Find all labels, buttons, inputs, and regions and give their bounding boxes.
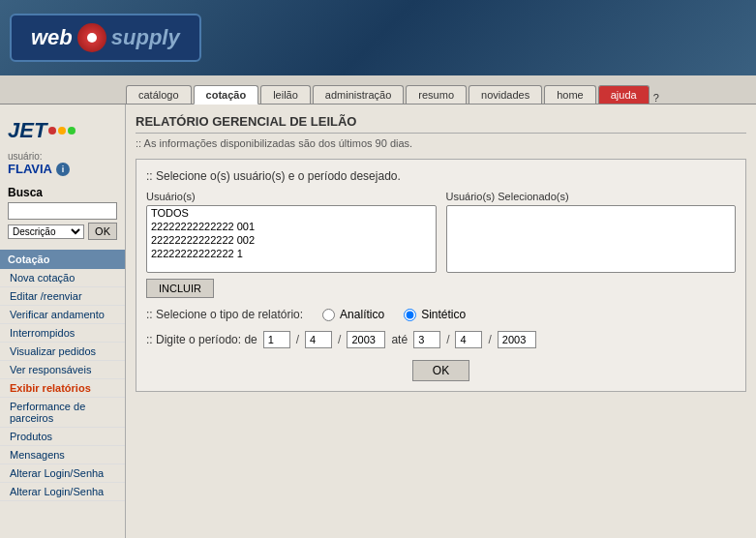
radio-analitico[interactable] <box>322 309 335 321</box>
usuarios-label: Usuário(s) <box>146 191 437 202</box>
tab-administracao[interactable]: administração <box>313 85 404 104</box>
tab-cotacao[interactable]: cotação <box>194 85 259 105</box>
ok-btn-row: OK <box>146 360 736 381</box>
sidebar: JET usuário: FLAVIA i Busca Descrição OK <box>0 105 126 538</box>
radio-sintetico-group: Sintético <box>404 308 466 321</box>
dot-orange <box>58 127 66 134</box>
period-year-to[interactable] <box>498 331 536 348</box>
sidebar-item-alterar-login[interactable]: Alterar Login/Senha <box>0 483 125 501</box>
search-section: Busca Descrição OK <box>0 180 125 246</box>
usuarios-selecionados-listbox[interactable] <box>446 205 737 273</box>
sidebar-item-mensagens[interactable]: Alterar Login/Senha <box>0 464 125 483</box>
tab-home[interactable]: home <box>544 85 596 104</box>
search-row: Descrição OK <box>8 223 117 240</box>
incluir-button[interactable]: INCLUIR <box>146 279 214 298</box>
radio-sintetico[interactable] <box>404 309 416 321</box>
sidebar-item-performance[interactable]: Performance de parceiros <box>0 398 125 428</box>
jet-text: JET <box>8 118 46 143</box>
sidebar-item-nova-cotacao[interactable]: Nova cotação <box>0 269 125 287</box>
search-input[interactable] <box>8 202 117 220</box>
dot-green <box>68 127 76 134</box>
jet-dots <box>48 127 76 134</box>
usuarios-col: Usuário(s) TODOS 22222222222222 001 2222… <box>146 191 437 298</box>
period-day-from[interactable] <box>263 331 290 348</box>
period-year-from[interactable] <box>347 331 385 348</box>
tab-ajuda[interactable]: ajuda <box>598 85 650 104</box>
user-section: usuário: FLAVIA i <box>0 147 125 180</box>
list-item[interactable]: 22222222222222 001 <box>147 220 436 233</box>
users-section: Usuário(s) TODOS 22222222222222 001 2222… <box>146 191 736 298</box>
user-label: usuário: <box>8 151 117 162</box>
period-month-from[interactable] <box>305 331 332 348</box>
search-button[interactable]: OK <box>88 223 117 240</box>
sidebar-item-responsaveis[interactable]: Ver responsáveis <box>0 361 125 379</box>
logo-supply-text: supply <box>111 25 180 50</box>
sidebar-item-interrompidos[interactable]: Interrompidos <box>0 324 125 343</box>
sidebar-item-exibir[interactable]: Exibir relatórios <box>0 379 125 398</box>
tab-resumo[interactable]: resumo <box>406 85 467 104</box>
radio-analitico-label: Analítico <box>340 308 384 321</box>
user-info: FLAVIA i <box>8 162 117 176</box>
sidebar-section-cotacao: Cotação <box>0 250 125 269</box>
radio-sintetico-label: Sintético <box>421 308 466 321</box>
nav-bar: catálogo cotação leilão administração re… <box>0 75 756 105</box>
page-subtitle: :: As informações disponibilizadas são d… <box>136 137 746 149</box>
sidebar-item-produtos[interactable]: Mensagens <box>0 446 125 464</box>
usuarios-selecionados-col: Usuário(s) Selecionado(s) <box>446 191 737 298</box>
list-item[interactable]: 22222222222222 1 <box>147 247 436 260</box>
search-type-select[interactable]: Descrição <box>8 224 84 239</box>
logo-web-text: web <box>31 25 73 50</box>
sidebar-item-economia[interactable]: Produtos <box>0 428 125 446</box>
period-row: :: Digite o período: de / / até / / <box>146 331 736 348</box>
sidebar-item-verificar[interactable]: Verificar andamento <box>0 306 125 324</box>
user-name: FLAVIA <box>8 162 52 176</box>
help-question-icon: ? <box>653 92 659 104</box>
main-layout: JET usuário: FLAVIA i Busca Descrição OK <box>0 105 756 538</box>
tab-leilao[interactable]: leilão <box>260 85 311 104</box>
list-item[interactable]: 22222222222222 002 <box>147 233 436 247</box>
tab-novidades[interactable]: novidades <box>469 85 542 104</box>
list-item[interactable]: TODOS <box>147 206 436 220</box>
radio-analitico-group: Analítico <box>322 308 384 321</box>
report-type-label: :: Selecione o tipo de relatório: <box>146 308 303 321</box>
content: RELATÓRIO GERENCIAL DE LEILÃO :: As info… <box>126 105 756 538</box>
period-day-to[interactable] <box>413 331 440 348</box>
dot-red <box>48 127 56 134</box>
info-icon[interactable]: i <box>56 163 70 176</box>
period-until-label: até <box>391 333 408 346</box>
period-month-to[interactable] <box>455 331 482 348</box>
search-label: Busca <box>8 186 117 199</box>
usuarios-listbox[interactable]: TODOS 22222222222222 001 22222222222222 … <box>146 205 437 273</box>
sidebar-item-editar[interactable]: Editar /reenviar <box>0 287 125 306</box>
report-type-section: :: Selecione o tipo de relatório: Analít… <box>146 308 736 321</box>
page-title: RELATÓRIO GERENCIAL DE LEILÃO <box>136 114 746 134</box>
form-panel: :: Selecione o(s) usuário(s) e o período… <box>136 159 746 392</box>
logo-icon <box>77 23 106 52</box>
header: web supply <box>0 0 756 75</box>
ok-button[interactable]: OK <box>412 360 469 381</box>
select-users-label: :: Selecione o(s) usuário(s) e o período… <box>146 169 736 183</box>
jet-logo: JET <box>0 112 125 147</box>
usuarios-selecionados-label: Usuário(s) Selecionado(s) <box>446 191 737 202</box>
tab-catalogo[interactable]: catálogo <box>126 85 192 104</box>
period-label: :: Digite o período: de <box>146 333 257 346</box>
sidebar-item-visualizar[interactable]: Visualizar pedidos <box>0 343 125 361</box>
logo: web supply <box>10 14 201 62</box>
